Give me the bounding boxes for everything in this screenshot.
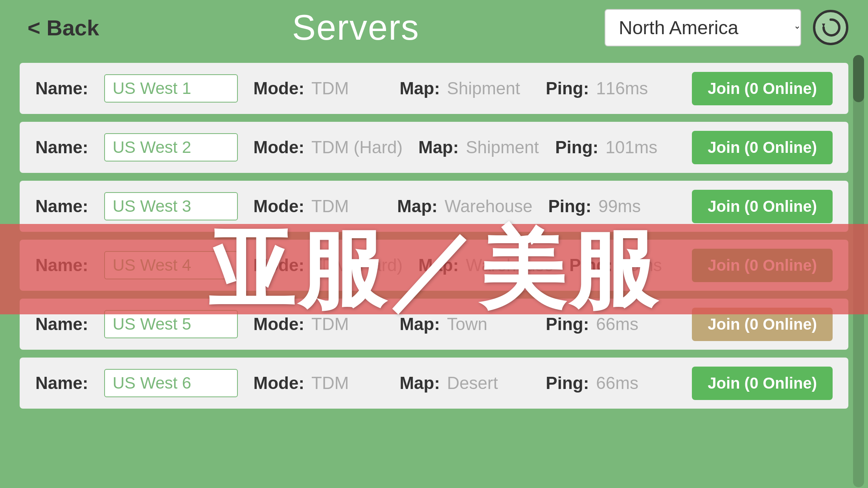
server-name: US West 3 (104, 192, 238, 220)
join-button[interactable]: Join (0 Online) (692, 72, 833, 105)
map-label: Map: (397, 196, 438, 216)
ping-label: Ping: (548, 196, 591, 216)
mode-value: TDM (Hard) (311, 138, 403, 157)
server-row: Name: US West 2 Mode: TDM (Hard) Map: Sh… (20, 122, 848, 173)
name-label: Name: (35, 314, 88, 334)
overlay-text: 亚服／美服 (208, 222, 660, 317)
ping-value: 101ms (605, 138, 657, 157)
name-label: Name: (35, 196, 88, 216)
ping-group: Ping: 66ms (546, 373, 676, 393)
server-name: US West 6 (104, 369, 238, 397)
mode-group: Mode: TDM (Hard) (254, 138, 403, 157)
ping-label: Ping: (546, 79, 589, 98)
mode-label: Mode: (254, 196, 305, 216)
page-title: Servers (292, 7, 419, 48)
server-name: US West 1 (104, 74, 238, 103)
mode-value: TDM (311, 79, 349, 98)
join-button[interactable]: Join (0 Online) (692, 367, 833, 400)
server-name: US West 2 (104, 133, 238, 161)
name-label: Name: (35, 138, 88, 157)
map-group: Map: Shipment (418, 138, 539, 157)
join-button[interactable]: Join (0 Online) (692, 190, 833, 223)
ping-label: Ping: (555, 138, 598, 157)
map-group: Map: Shipment (399, 79, 530, 98)
overlay-banner: 亚服／美服 (0, 224, 868, 314)
map-value: Shipment (466, 138, 539, 157)
ping-value: 66ms (596, 373, 638, 393)
mode-label: Mode: (254, 79, 305, 98)
mode-value: TDM (311, 373, 349, 393)
ping-group: Ping: 99ms (548, 196, 676, 216)
mode-label: Mode: (254, 138, 305, 157)
mode-label: Mode: (254, 373, 305, 393)
map-label: Map: (418, 138, 459, 157)
header-right: North America Europe Asia South America (605, 9, 848, 46)
back-button[interactable]: < Back (20, 11, 107, 44)
server-row: Name: US West 1 Mode: TDM Map: Shipment … (20, 63, 848, 114)
map-value: Warehouse (445, 196, 532, 216)
ping-group: Ping: 101ms (555, 138, 676, 157)
ping-label: Ping: (546, 373, 589, 393)
map-value: Desert (447, 373, 498, 393)
name-label: Name: (35, 79, 88, 98)
ping-value: 116ms (596, 79, 648, 98)
mode-group: Mode: TDM (254, 79, 384, 98)
name-label: Name: (35, 373, 88, 393)
region-select[interactable]: North America Europe Asia South America (605, 9, 801, 46)
ping-value: 99ms (598, 196, 641, 216)
map-value: Shipment (447, 79, 520, 98)
mode-group: Mode: TDM (254, 196, 382, 216)
header: < Back Servers North America Europe Asia… (0, 0, 868, 55)
ping-group: Ping: 116ms (546, 79, 676, 98)
svg-marker-0 (822, 24, 825, 28)
server-row: Name: US West 6 Mode: TDM Map: Desert Pi… (20, 358, 848, 409)
join-button[interactable]: Join (0 Online) (692, 131, 833, 164)
scrollbar-thumb[interactable] (853, 55, 864, 102)
refresh-icon[interactable] (813, 10, 848, 45)
map-group: Map: Desert (399, 373, 530, 393)
map-label: Map: (399, 373, 440, 393)
map-label: Map: (399, 79, 440, 98)
mode-value: TDM (311, 196, 349, 216)
map-group: Map: Warehouse (397, 196, 532, 216)
mode-group: Mode: TDM (254, 373, 384, 393)
